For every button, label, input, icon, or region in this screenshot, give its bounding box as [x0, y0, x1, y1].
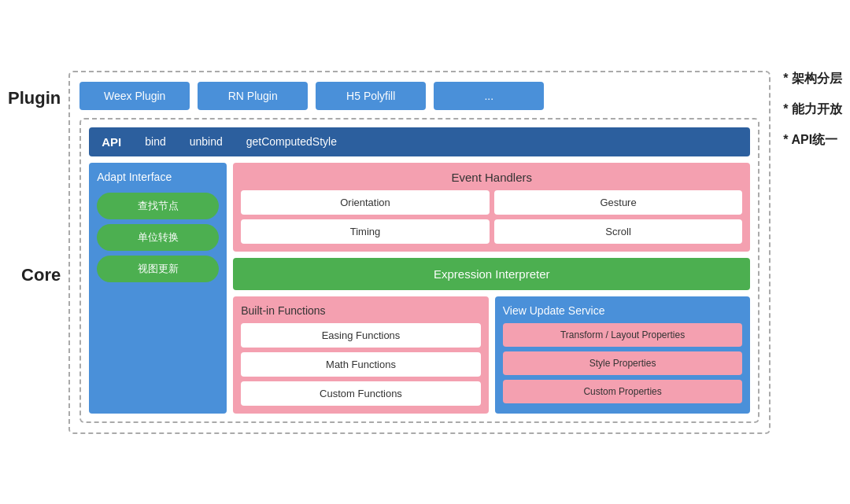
right-middle: Event Handlers Orientation Gesture Timin…	[233, 163, 750, 414]
page-container: Plugin Core Weex Plugin RN Plugin H5 Pol…	[8, 55, 842, 450]
plugin-h5: H5 Polyfill	[316, 82, 426, 110]
api-unbind: unbind	[190, 135, 223, 148]
view-style-properties: Style Properties	[503, 351, 743, 375]
builtin-math: Math Functions	[241, 352, 481, 377]
annotations: * 架构分层 * 能力开放 * API统一	[771, 71, 842, 172]
event-gesture: Gesture	[494, 190, 743, 215]
view-update-service-title: View Update Service	[503, 304, 743, 317]
plugin-more: ...	[434, 82, 544, 110]
plugin-rn: RN Plugin	[198, 82, 308, 110]
left-labels: Plugin Core	[8, 71, 68, 425]
annotation-0: * 架构分层	[783, 71, 842, 87]
view-transform-layout: Transform / Layout Properties	[503, 323, 743, 347]
adapt-btn-view-update: 视图更新	[97, 256, 219, 282]
api-bind: bind	[145, 135, 165, 148]
main-content: Weex Plugin RN Plugin H5 Polyfill ... AP…	[68, 71, 771, 434]
plugin-row: Weex Plugin RN Plugin H5 Polyfill ...	[79, 82, 759, 110]
builtin-easing: Easing Functions	[241, 323, 481, 348]
api-label: API	[102, 135, 121, 149]
adapt-interface: Adapt Interface 查找节点 单位转换 视图更新	[89, 163, 227, 414]
middle-section: Adapt Interface 查找节点 单位转换 视图更新 Event Han…	[89, 163, 750, 414]
bottom-section: Built-in Functions Easing Functions Math…	[233, 296, 750, 414]
adapt-title: Adapt Interface	[97, 171, 219, 183]
core-label: Core	[21, 126, 61, 425]
adapt-btn-find-node: 查找节点	[97, 193, 219, 219]
event-handlers-title: Event Handlers	[241, 171, 742, 184]
event-grid: Orientation Gesture Timing Scroll	[241, 190, 742, 244]
annotation-1: * 能力开放	[783, 101, 842, 118]
builtin-functions-title: Built-in Functions	[241, 304, 481, 317]
adapt-btn-unit-convert: 单位转换	[97, 224, 219, 251]
view-custom-properties: Custom Properties	[503, 380, 743, 403]
api-bar: API bind unbind getComputedStyle	[89, 127, 750, 156]
event-handlers: Event Handlers Orientation Gesture Timin…	[233, 163, 750, 252]
view-update-service: View Update Service Transform / Layout P…	[495, 296, 751, 414]
event-orientation: Orientation	[241, 190, 490, 215]
expression-interpreter: Expression Interpreter	[233, 258, 750, 290]
builtin-custom: Custom Functions	[241, 381, 481, 406]
core-section: API bind unbind getComputedStyle Adapt I…	[79, 118, 759, 423]
plugin-weex: Weex Plugin	[79, 82, 190, 110]
event-timing: Timing	[241, 219, 490, 244]
annotation-2: * API统一	[783, 132, 842, 149]
event-scroll: Scroll	[494, 219, 743, 244]
builtin-functions: Built-in Functions Easing Functions Math…	[233, 296, 489, 414]
api-get-computed-style: getComputedStyle	[246, 135, 337, 148]
plugin-label: Plugin	[8, 71, 61, 126]
